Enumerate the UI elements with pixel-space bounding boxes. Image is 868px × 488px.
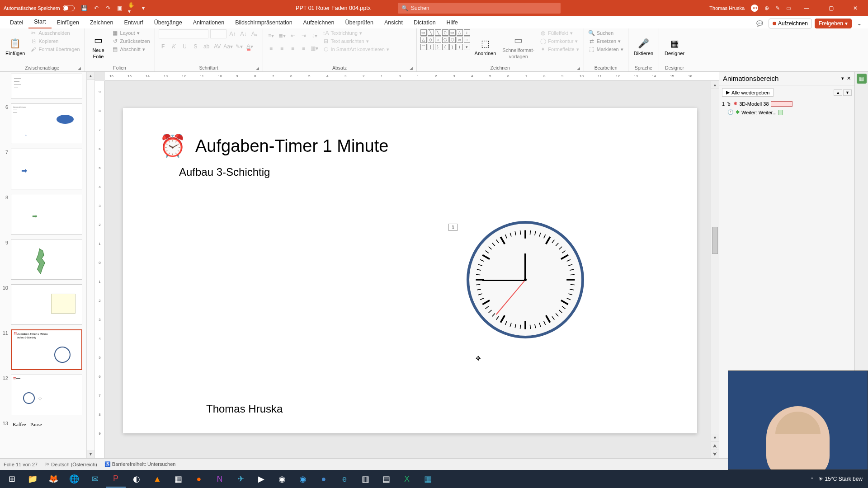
reset-button[interactable]: ↺Zurücksetzen [111, 38, 151, 45]
tab-start[interactable]: Start [28, 16, 51, 28]
animation-number-tag[interactable]: 1 [448, 224, 458, 231]
autosave-toggle[interactable]: Automatisches Speichern [2, 5, 76, 11]
font-family-combo[interactable] [159, 29, 208, 38]
section-button[interactable]: ▤Abschnitt ▾ [111, 46, 151, 53]
user-name[interactable]: Thomas Hruska [709, 5, 745, 11]
outlook-icon[interactable]: ✉ [85, 470, 105, 488]
vlc-icon[interactable]: ▲ [147, 470, 167, 488]
bold-icon[interactable]: F [159, 42, 168, 51]
ink-icon[interactable]: ✎ [775, 5, 780, 11]
edge-icon[interactable]: e [335, 470, 354, 488]
app-icon[interactable]: ▥ [355, 470, 375, 488]
obs-icon[interactable]: ◉ [272, 470, 292, 488]
tab-ansicht[interactable]: Ansicht [379, 17, 408, 28]
thumb-12[interactable]: 12 ⏰ ━━━ ♡ [2, 375, 85, 415]
quick-styles-button[interactable]: ▭Schnellformat- vorlagen [500, 29, 536, 64]
anim-item-2[interactable]: 🕐 ✱ Weiter: Weiter... [719, 108, 854, 117]
text-direction-button[interactable]: ↕ATextrichtung ▾ [322, 29, 390, 37]
slide-title[interactable]: ⏰ Aufgaben-Timer 1 Minute [159, 135, 661, 157]
tab-ueberpruefen[interactable]: Überprüfen [340, 17, 379, 28]
thumb-9[interactable]: 9 [2, 239, 85, 280]
underline-icon[interactable]: U [180, 42, 189, 51]
scroll-down-icon[interactable]: ▼ [711, 434, 719, 442]
dictate-button[interactable]: 🎤Diktieren [632, 29, 655, 64]
shadow-icon[interactable]: ab [202, 42, 211, 51]
paste-button[interactable]: 📋 Einfügen [4, 29, 27, 64]
move-up-icon[interactable]: ▲ [834, 89, 842, 96]
bullets-icon[interactable]: ≡▾ [267, 31, 276, 40]
designer-button[interactable]: ▦Designer [663, 29, 686, 64]
firefox-icon[interactable]: 🦊 [43, 470, 63, 488]
onenote-icon[interactable]: N [210, 470, 230, 488]
move-down-icon[interactable]: ▼ [843, 89, 852, 96]
scroll-down-icon[interactable]: ▼ [87, 450, 94, 458]
slide-author[interactable]: Thomas Hruska [206, 403, 283, 415]
weather-widget[interactable]: ☀ 15°C Stark bew [818, 476, 863, 482]
comments-icon[interactable]: 💬 [754, 19, 766, 28]
tray-expand-icon[interactable]: ⌃ [810, 477, 814, 482]
undo-icon[interactable]: ↶ [93, 5, 100, 12]
new-slide-button[interactable]: ▭ Neue Folie [89, 29, 108, 64]
coming-soon-icon[interactable]: ⊕ [764, 5, 769, 11]
increase-font-icon[interactable]: A↑ [228, 29, 237, 38]
app-icon[interactable]: ◐ [127, 470, 146, 488]
replace-button[interactable]: ⇄Ersetzen ▾ [588, 38, 624, 45]
file-name[interactable]: PPT 01 Roter Faden 004.pptx [296, 5, 371, 11]
telegram-icon[interactable]: ✈ [231, 470, 250, 488]
file-explorer-icon[interactable]: 📁 [23, 470, 42, 488]
decrease-font-icon[interactable]: A↓ [239, 29, 248, 38]
launcher-icon[interactable]: ◢ [256, 66, 259, 70]
font-size-combo[interactable] [210, 29, 226, 38]
align-text-button[interactable]: ⊟Text ausrichten ▾ [322, 38, 390, 45]
case-icon[interactable]: Aa▾ [224, 42, 233, 51]
user-avatar[interactable]: TH [751, 5, 758, 12]
indent-dec-icon[interactable]: ⇤ [288, 31, 297, 40]
tab-dictation[interactable]: Dictation [408, 17, 441, 28]
tab-hilfe[interactable]: Hilfe [441, 17, 463, 28]
current-slide[interactable]: ⏰ Aufgaben-Timer 1 Minute Aufbau 3-Schic… [123, 108, 697, 433]
slide-subtitle[interactable]: Aufbau 3-Schichtig [179, 166, 661, 178]
find-button[interactable]: 🔍Suchen [588, 29, 624, 37]
touch-mode-icon[interactable]: ✋▾ [128, 5, 135, 12]
align-left-icon[interactable]: ≡ [267, 44, 276, 53]
italic-icon[interactable]: K [170, 42, 179, 51]
chrome-icon[interactable]: 🌐 [64, 470, 84, 488]
search-box[interactable]: 🔍 Suchen [398, 3, 561, 14]
accessibility-status[interactable]: ♿ Barrierefreiheit: Untersuchen [104, 461, 176, 467]
thumb-6[interactable]: 6Animationen━━━━━━← [2, 103, 85, 144]
font-color-icon[interactable]: A▾ [245, 42, 255, 51]
thumbnails-scrollbar[interactable]: ▲ ▼ [86, 72, 94, 458]
indent-inc-icon[interactable]: ⇥ [299, 31, 308, 40]
tab-aufzeichnen[interactable]: Aufzeichnen [298, 17, 340, 28]
outline-button[interactable]: ◯Formkontur ▾ [539, 38, 580, 45]
save-icon[interactable]: 💾 [81, 5, 88, 12]
thumb-10[interactable]: 10 [2, 284, 85, 325]
addon-icon[interactable]: ▦ [857, 74, 867, 84]
tab-einfuegen[interactable]: Einfügen [52, 17, 85, 28]
spacing-icon[interactable]: AV [213, 42, 222, 51]
justify-icon[interactable]: ≡ [299, 44, 308, 53]
record-button[interactable]: Aufzeichnen [769, 19, 812, 28]
columns-icon[interactable]: ▥▾ [310, 44, 319, 53]
launcher-icon[interactable]: ◢ [577, 66, 580, 70]
app-icon[interactable]: ▦ [418, 470, 438, 488]
pane-options-icon[interactable]: ▾ [841, 75, 844, 81]
effects-button[interactable]: ✦Formeffekte ▾ [539, 46, 580, 53]
tab-uebergaenge[interactable]: Übergänge [149, 17, 188, 28]
tab-zeichnen[interactable]: Zeichnen [85, 17, 118, 28]
qat-customize-icon[interactable]: ▾ [140, 5, 147, 12]
slide-counter[interactable]: Folie 11 von 27 [4, 462, 38, 467]
next-slide-icon[interactable]: ⮟ [711, 450, 719, 458]
language-indicator[interactable]: 🏳 Deutsch (Österreich) [45, 462, 97, 467]
smartart-button[interactable]: ⬡In SmartArt konvertieren ▾ [322, 46, 390, 53]
app-icon[interactable]: ▶ [251, 470, 271, 488]
tab-entwurf[interactable]: Entwurf [118, 17, 148, 28]
fill-button[interactable]: ◍Fülleffekt ▾ [539, 29, 580, 37]
align-center-icon[interactable]: ≡ [278, 44, 287, 53]
slide-canvas[interactable]: ⏰ Aufgaben-Timer 1 Minute Aufbau 3-Schic… [105, 81, 719, 458]
collapse-ribbon-icon[interactable]: ⌄ [854, 19, 864, 28]
pane-close-icon[interactable]: ✕ [847, 75, 851, 81]
clear-format-icon[interactable]: Aᵩ [250, 29, 259, 38]
thumb-8[interactable]: 8➡ [2, 194, 85, 235]
thumb-partial[interactable]: ━━━━━━━━━━━━━━━━━ [2, 74, 85, 99]
